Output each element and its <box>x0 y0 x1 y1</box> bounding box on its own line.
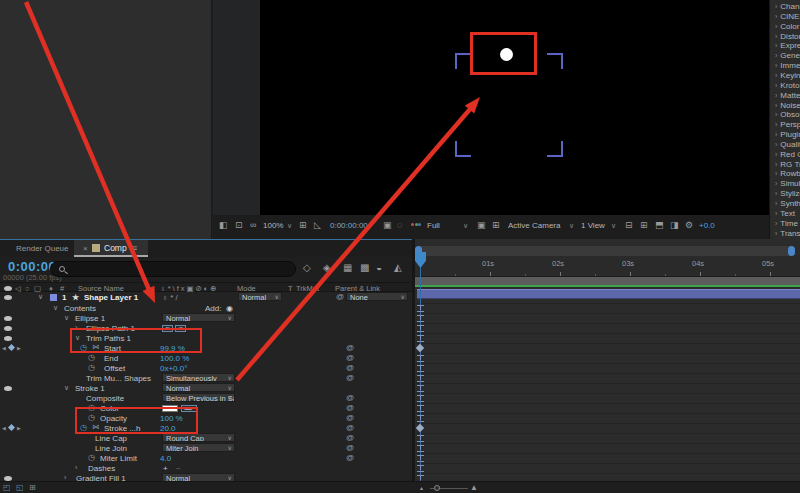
layer-color-swatch[interactable] <box>50 294 57 301</box>
effect-category[interactable]: ›Channel <box>775 2 800 11</box>
effect-category[interactable]: ›Quality <box>775 140 800 149</box>
layer-duration-bar[interactable] <box>417 289 800 299</box>
resolution-caret-icon[interactable]: ∨ <box>463 222 468 230</box>
effect-category[interactable]: ›Generate <box>775 51 800 60</box>
share-view-icon[interactable]: ⊟ <box>625 220 633 230</box>
magnification-value[interactable]: 100% <box>263 221 283 230</box>
visibility-eye-icon[interactable] <box>4 326 12 331</box>
snapshot-strip-icon[interactable]: ◧ <box>219 220 228 230</box>
prev-keyframe-icon[interactable]: ◀ <box>2 345 6 351</box>
effect-category[interactable]: ›Stylize <box>775 189 800 198</box>
camera-view-value[interactable]: Active Camera <box>508 221 560 230</box>
keyframe-toggle-icon[interactable] <box>8 424 15 431</box>
stopwatch-icon[interactable]: ◷ <box>88 453 95 462</box>
chevron-right-icon[interactable]: › <box>775 200 777 207</box>
property-row-gradient-fill-1[interactable]: ›Gradient Fill 1Normal∨ <box>0 473 413 481</box>
property-row-end[interactable]: ◷End100.0 %@ <box>0 353 413 363</box>
chevron-right-icon[interactable]: › <box>775 23 777 30</box>
chevron-right-icon[interactable]: › <box>775 33 777 40</box>
next-keyframe-icon[interactable]: ▶ <box>17 425 21 431</box>
stopwatch-icon[interactable]: ◷ <box>88 353 95 362</box>
property-row-miter-limit[interactable]: ◷Miter Limit4.0@ <box>0 453 413 463</box>
property-row-opacity[interactable]: ◷Opacity100 %@ <box>0 413 413 423</box>
panel-divider[interactable] <box>412 239 415 493</box>
remove-dash-icon[interactable]: − <box>176 464 181 473</box>
chevron-right-icon[interactable]: › <box>775 52 777 59</box>
resolution-value[interactable]: Full <box>427 221 440 230</box>
property-row-trim-paths-1[interactable]: ∨Trim Paths 1 <box>0 333 413 343</box>
tab-render-queue[interactable]: Render Queue <box>16 244 68 253</box>
magnification-caret-icon[interactable]: ∨ <box>287 222 292 230</box>
chevron-right-icon[interactable]: › <box>775 151 777 158</box>
hide-shy-icon[interactable]: ▦ <box>343 262 352 273</box>
effect-category[interactable]: ›Color Correction <box>775 22 800 31</box>
caret-down-icon[interactable]: ∨ <box>64 314 69 322</box>
property-dropdown[interactable]: Round Cap∨ <box>162 433 235 442</box>
chevron-right-icon[interactable]: › <box>775 102 777 109</box>
chevron-right-icon[interactable]: › <box>775 13 777 20</box>
effect-category[interactable]: ›Expression Controls <box>775 41 800 50</box>
property-pickwhip-icon[interactable]: @ <box>346 373 354 382</box>
visibility-eye-icon[interactable] <box>4 386 12 391</box>
property-pickwhip-icon[interactable]: @ <box>346 433 354 442</box>
expand-transfer-controls-icon[interactable]: ◱ <box>16 483 24 492</box>
property-pickwhip-icon[interactable]: @ <box>346 353 354 362</box>
chevron-right-icon[interactable]: › <box>775 220 777 227</box>
property-pickwhip-icon[interactable]: @ <box>346 413 354 422</box>
effect-category[interactable]: ›Obsolete <box>775 110 800 119</box>
property-row-trim-mu-shapes[interactable]: Trim Mu... ShapesSimultaneously∨@ <box>0 373 413 383</box>
expand-layer-switches-icon[interactable]: ◰ <box>3 483 11 492</box>
property-row-color[interactable]: ◷Color▬▶@ <box>0 403 413 413</box>
zoom-out-icon[interactable]: ▴ <box>420 484 423 491</box>
region-of-interest-icon[interactable]: ▣ <box>477 220 486 230</box>
prev-keyframe-icon[interactable]: ◀ <box>2 425 6 431</box>
caret-down-icon[interactable]: ∨ <box>64 384 69 392</box>
layer-caret-icon[interactable]: ∨ <box>38 293 43 301</box>
add-property-label[interactable]: Add: <box>205 304 221 313</box>
effect-category[interactable]: ›Rowbyte <box>775 169 800 178</box>
fast-preview-icon[interactable]: ◨ <box>670 220 679 230</box>
transparency-grid-icon[interactable]: ⊞ <box>492 220 500 230</box>
property-row-line-cap[interactable]: Line CapRound Cap∨@ <box>0 433 413 443</box>
effect-category[interactable]: ›Matte <box>775 91 800 100</box>
timeline-search-input[interactable] <box>50 261 296 277</box>
property-row-ellipse-1[interactable]: ∨Ellipse 1Normal∨ <box>0 313 413 323</box>
add-dash-icon[interactable]: + <box>163 464 168 473</box>
view-count-caret-icon[interactable]: ∨ <box>611 222 616 230</box>
layer-eye-icon[interactable] <box>4 295 12 300</box>
chevron-right-icon[interactable]: › <box>775 170 777 177</box>
effect-category[interactable]: ›Perspective <box>775 120 800 129</box>
effect-category[interactable]: ›Noise & Grain <box>775 101 800 110</box>
property-row-offset[interactable]: ◷Offset0x+0.0°@ <box>0 363 413 373</box>
effect-category[interactable]: ›Text <box>775 209 800 218</box>
caret-right-icon[interactable]: › <box>64 474 66 481</box>
effect-category[interactable]: ›Keying <box>775 71 800 80</box>
track-keyframe-diamond[interactable] <box>416 424 424 432</box>
property-row-dashes[interactable]: ›Dashes+− <box>0 463 413 473</box>
chevron-right-icon[interactable]: › <box>775 82 777 89</box>
property-row-composite[interactable]: CompositeBelow Previous in Sa∨@ <box>0 393 413 403</box>
property-dropdown[interactable]: Miter Join∨ <box>162 443 235 452</box>
navigator-end-handle[interactable] <box>788 246 795 256</box>
property-pickwhip-icon[interactable]: @ <box>346 393 354 402</box>
track-keyframe-diamond[interactable] <box>416 344 424 352</box>
chevron-right-icon[interactable]: › <box>775 72 777 79</box>
keyframe-toggle-icon[interactable] <box>8 344 15 351</box>
property-row-start[interactable]: ◀▶◷⋈Start99.9 %@ <box>0 343 413 353</box>
layer-row[interactable]: ∨ 1 ★ Shape Layer 1 ♁ * / Normal∨ @ None… <box>0 292 413 303</box>
caret-right-icon[interactable]: › <box>75 464 77 471</box>
chevron-right-icon[interactable]: › <box>775 141 777 148</box>
property-row-line-join[interactable]: Line JoinMiter Join∨@ <box>0 443 413 453</box>
chevron-right-icon[interactable]: › <box>775 42 777 49</box>
add-property-icon[interactable]: ◉ <box>226 304 233 313</box>
frame-blend-icon[interactable]: ▩ <box>360 262 369 273</box>
zoom-in-icon[interactable]: ▲ <box>470 483 478 492</box>
pixel-aspect-icon[interactable]: ⬒ <box>655 220 664 230</box>
next-keyframe-icon[interactable]: ▶ <box>17 345 21 351</box>
property-pickwhip-icon[interactable]: @ <box>346 453 354 462</box>
effect-category[interactable]: ›Plugin Everything <box>775 130 800 139</box>
effect-category[interactable]: ›Krotos <box>775 81 800 90</box>
view-count-value[interactable]: 1 View <box>581 221 605 230</box>
chevron-right-icon[interactable]: › <box>775 92 777 99</box>
visibility-eye-icon[interactable] <box>4 336 12 341</box>
